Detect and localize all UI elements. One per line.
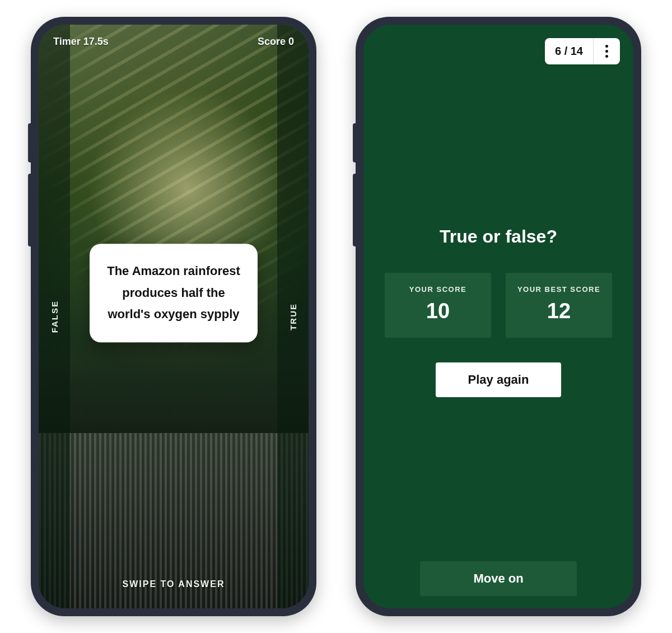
- phone-results: 6 / 14 True or false? YOUR SCORE 10 YOUR…: [356, 17, 641, 616]
- your-score-value: 10: [390, 299, 486, 323]
- best-score-label: YOUR BEST SCORE: [511, 285, 606, 294]
- timer-label: Timer 17.5s: [53, 36, 109, 48]
- swipe-hint: SWIPE TO ANSWER: [39, 579, 309, 589]
- true-label: TRUE: [288, 303, 298, 331]
- score-row: YOUR SCORE 10 YOUR BEST SCORE 12: [385, 273, 612, 338]
- status-bar: Timer 17.5s Score 0: [53, 36, 294, 48]
- play-again-button[interactable]: Play again: [436, 362, 562, 397]
- game-screen[interactable]: FALSE TRUE Timer 17.5s Score 0 The Amazo…: [39, 25, 309, 608]
- best-score-box: YOUR BEST SCORE 12: [506, 273, 612, 338]
- your-score-box: YOUR SCORE 10: [385, 273, 491, 338]
- swipe-zone-true[interactable]: TRUE: [277, 25, 309, 608]
- kebab-menu-icon: [605, 45, 608, 58]
- best-score-value: 12: [511, 299, 606, 323]
- your-score-label: YOUR SCORE: [390, 285, 486, 294]
- progress-count: 6 / 14: [545, 38, 593, 64]
- question-text: The Amazon rainforest produces half the …: [107, 264, 240, 322]
- phone-game: FALSE TRUE Timer 17.5s Score 0 The Amazo…: [31, 17, 316, 616]
- score-label: Score 0: [258, 36, 294, 48]
- menu-button[interactable]: [593, 38, 620, 64]
- swipe-zone-false[interactable]: FALSE: [39, 25, 70, 608]
- progress-pill: 6 / 14: [545, 38, 620, 64]
- move-on-button[interactable]: Move on: [420, 561, 577, 596]
- results-screen: 6 / 14 True or false? YOUR SCORE 10 YOUR…: [363, 25, 633, 608]
- question-card[interactable]: The Amazon rainforest produces half the …: [90, 244, 258, 343]
- false-label: FALSE: [50, 300, 59, 333]
- results-title: True or false?: [440, 226, 557, 247]
